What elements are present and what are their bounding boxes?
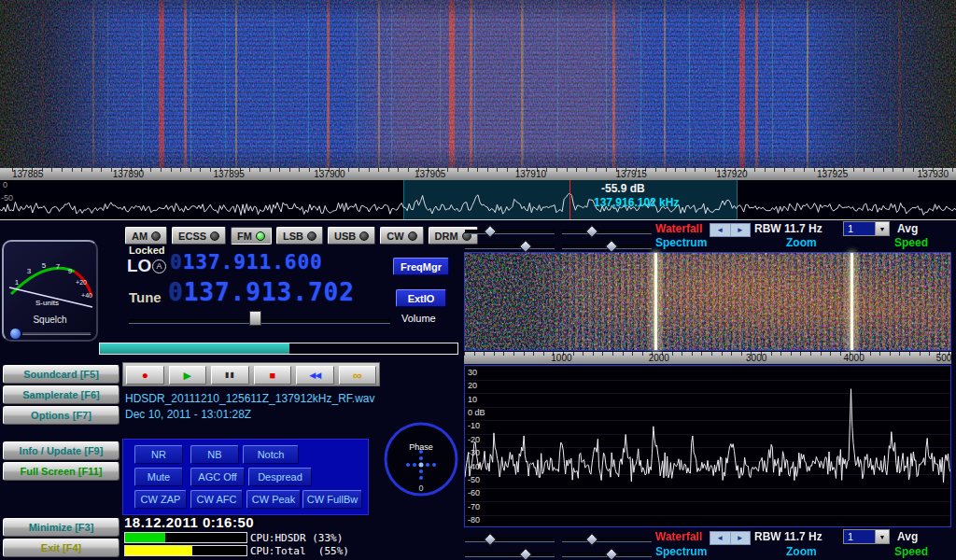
mute-button[interactable]: Mute <box>134 468 183 486</box>
slider-knob[interactable] <box>585 225 598 238</box>
avg-select-value: 1 <box>844 222 875 235</box>
soundcard-button[interactable]: Soundcard [F5] <box>3 365 120 384</box>
rf-overview-spectrum[interactable]: 0 -50 -55.9 dB 137,916.102 kHz <box>0 180 956 220</box>
cw-peak-button[interactable]: CW Peak <box>246 490 301 509</box>
audio-spectrum-display[interactable]: 30 20 10 0 dB -10 -20 -30 -40 -50 -60 -7… <box>464 365 951 527</box>
audio-waterfall-display[interactable] <box>464 252 951 351</box>
avg-label-2: Avg <box>897 530 918 543</box>
spectrum-range-slider[interactable] <box>465 241 555 250</box>
mode-button-usb[interactable]: USB <box>328 227 375 245</box>
nb-button[interactable]: NB <box>190 445 239 464</box>
chevron-down-icon[interactable]: ▼ <box>875 222 889 235</box>
waterfall-mode-label[interactable]: Waterfall <box>655 222 702 235</box>
band-scroll-left-icon[interactable]: ◄ <box>710 224 731 236</box>
avg-select[interactable]: 1 ▼ <box>843 221 890 236</box>
pause-button[interactable]: ▮▮ <box>211 366 249 385</box>
nr-button[interactable]: NR <box>134 445 183 464</box>
slider-knob[interactable] <box>605 548 618 560</box>
despread-button[interactable]: Despread <box>248 468 312 486</box>
squelch-knob[interactable] <box>9 328 21 340</box>
slider-knob[interactable] <box>605 240 618 253</box>
cpu-hdsdr-text: CPU:HDSDR (33%) <box>250 532 343 544</box>
lo-digits: 137.911.600 <box>183 251 323 273</box>
spectrum-mode-label-2[interactable]: Spectrum <box>655 545 707 558</box>
scale-label: 137900 <box>314 169 344 180</box>
rf-waterfall-display[interactable] <box>0 0 956 168</box>
rf-frequency-scale[interactable]: 137885 137890 137895 137900 137905 13791… <box>0 168 956 180</box>
avg-select-2[interactable]: 1 ▼ <box>843 529 890 544</box>
mode-button-ecss[interactable]: ECSS <box>172 227 226 245</box>
waterfall-noise-texture <box>0 0 956 168</box>
spectrum-mode-label[interactable]: Spectrum <box>655 236 707 249</box>
rewind-button[interactable]: ◀◀ <box>296 366 334 385</box>
slider-knob[interactable] <box>518 548 531 560</box>
slider-groove <box>465 230 555 234</box>
slider-knob[interactable] <box>484 225 497 238</box>
tune-frequency-display[interactable]: 0137.913.702 <box>168 278 355 306</box>
db-label: -20 <box>468 435 485 444</box>
waterfall-mode-label-2[interactable]: Waterfall <box>655 530 702 543</box>
cw-zap-button[interactable]: CW ZAP <box>134 490 187 509</box>
db-label: -70 <box>468 502 485 511</box>
freqmgr-button[interactable]: FreqMgr <box>393 258 449 275</box>
playback-position-bar[interactable] <box>99 343 458 355</box>
waterfall-brightness-slider-2[interactable] <box>465 534 555 543</box>
cpu-hdsdr-fill <box>125 533 165 542</box>
mode-button-lsb[interactable]: LSB <box>276 227 323 245</box>
speed-label: Speed <box>894 236 928 249</box>
cpu-total-text: CPU:Total (55%) <box>250 545 349 557</box>
loop-button[interactable]: ∞ <box>339 366 377 385</box>
waterfall-contrast-slider-2[interactable] <box>562 534 652 543</box>
spectrum-offset-slider-2[interactable] <box>562 549 652 558</box>
rbw-label-2: RBW 11.7 Hz <box>754 530 822 543</box>
spectrum-range-slider-2[interactable] <box>465 549 555 558</box>
s-meter: 1 3 5 7 9 +20 +40 S-units Squelch <box>2 240 98 342</box>
mode-label: USB <box>334 231 356 242</box>
audio-frequency-scale[interactable]: 1000 2000 3000 4000 5000 <box>464 352 951 364</box>
squelch-groove <box>22 332 91 335</box>
lo-lock-button[interactable]: A <box>152 259 166 273</box>
band-scroll-right-icon[interactable]: ► <box>731 532 751 544</box>
volume-slider[interactable] <box>129 315 390 325</box>
slider-knob[interactable] <box>518 240 531 253</box>
extio-button[interactable]: ExtIO <box>396 289 446 307</box>
dsp-panel: NR NB Notch Mute AGC Off Despread CW ZAP… <box>122 439 369 515</box>
mode-button-cw[interactable]: CW <box>380 227 423 245</box>
mode-label: AM <box>132 231 148 242</box>
waterfall-brightness-slider[interactable] <box>465 226 555 235</box>
lo-frequency-display[interactable]: 0137.911.600 <box>170 251 323 273</box>
cw-fullbw-button[interactable]: CW FullBw <box>302 490 362 509</box>
waterfall-contrast-slider[interactable] <box>562 226 652 235</box>
mode-button-am[interactable]: AM <box>125 227 167 245</box>
info-update-button[interactable]: Info / Update [F9] <box>3 441 120 460</box>
band-scroll-right-icon[interactable]: ► <box>731 224 751 236</box>
agc-button[interactable]: AGC Off <box>190 468 245 486</box>
band-scroll-control: ◄ ► <box>710 223 751 237</box>
volume-knob[interactable] <box>249 311 261 326</box>
cw-afc-button[interactable]: CW AFC <box>190 490 243 509</box>
mode-button-fm[interactable]: FM <box>231 227 272 245</box>
chevron-down-icon[interactable]: ▼ <box>875 530 889 543</box>
wav-filename: HDSDR_20111210_125611Z_137912kHz_RF.wav <box>125 392 375 405</box>
clock: 18.12.2011 0:16:50 <box>124 514 254 530</box>
svg-text:1: 1 <box>15 278 20 287</box>
options-button[interactable]: Options [F7] <box>3 406 120 425</box>
record-button[interactable]: ● <box>126 366 164 385</box>
scale-label: 137930 <box>918 169 949 180</box>
exit-button[interactable]: Exit [F4] <box>3 539 120 557</box>
notch-button[interactable]: Notch <box>243 445 299 464</box>
band-scroll-left-icon[interactable]: ◄ <box>710 532 731 544</box>
minimize-button[interactable]: Minimize [F3] <box>3 518 120 537</box>
axis-label: 0 <box>3 180 7 189</box>
stop-button[interactable]: ■ <box>254 366 292 385</box>
spectrum-offset-slider[interactable] <box>562 241 652 250</box>
db-label: -40 <box>468 462 485 471</box>
scale-label: 3000 <box>746 353 766 363</box>
samplerate-button[interactable]: Samplerate [F6] <box>3 385 120 404</box>
slider-knob[interactable] <box>484 533 497 546</box>
fullscreen-button[interactable]: Full Screen [F11] <box>3 462 120 481</box>
play-button[interactable]: ▶ <box>169 366 207 385</box>
avg-label: Avg <box>897 222 918 235</box>
slider-knob[interactable] <box>585 533 598 546</box>
mode-button-row: AM ECSS FM LSB USB CW DRM <box>125 227 478 245</box>
